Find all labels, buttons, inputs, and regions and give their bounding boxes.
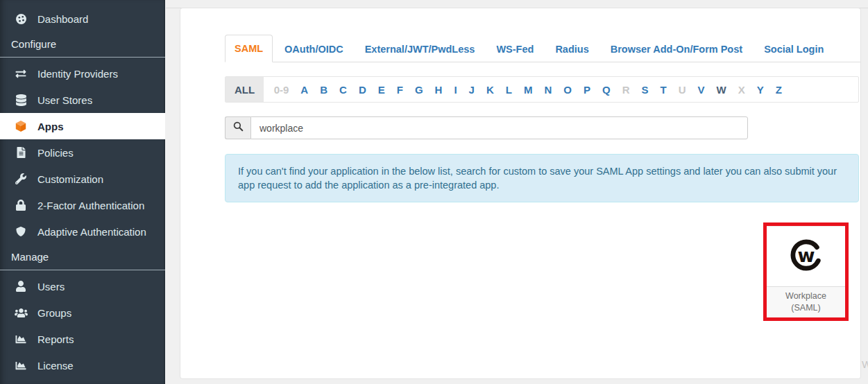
annotation-highlight: w Workplace (SAML) bbox=[763, 222, 849, 321]
sidebar-item-identity-providers[interactable]: Identity Providers bbox=[0, 60, 165, 87]
license-icon bbox=[13, 360, 28, 371]
app-name-line1: Workplace bbox=[785, 290, 826, 302]
tab-browser-add-on-form-post[interactable]: Browser Add-On/Form Post bbox=[601, 35, 752, 62]
sidebar-item-customization[interactable]: Customization bbox=[0, 166, 165, 192]
two-factor-icon bbox=[13, 200, 28, 211]
tab-oauth-oidc[interactable]: OAuth/OIDC bbox=[275, 35, 353, 62]
user-stores-icon bbox=[13, 94, 28, 106]
app-tile-workplace-saml[interactable]: w Workplace (SAML) bbox=[767, 226, 845, 317]
users-icon bbox=[13, 281, 28, 292]
sidebar-section-configure: Configure bbox=[0, 37, 165, 58]
info-banner: If you can't find your application in th… bbox=[225, 154, 859, 202]
sidebar-item-2-factor-authentication[interactable]: 2-Factor Authentication bbox=[0, 192, 165, 218]
letter-filter-r: R bbox=[616, 77, 636, 102]
sidebar: DashboardConfigureIdentity ProvidersUser… bbox=[0, 0, 165, 384]
sidebar-item-label: User Stores bbox=[37, 94, 92, 106]
sidebar-item-label: Policies bbox=[37, 147, 74, 159]
search-icon bbox=[233, 121, 244, 134]
letter-filter-y[interactable]: Y bbox=[751, 77, 769, 102]
dashboard-icon bbox=[13, 13, 28, 25]
letter-filter-t[interactable]: T bbox=[654, 77, 672, 102]
tile-logo-area: w bbox=[767, 226, 845, 286]
letter-filter-0-9: 0-9 bbox=[268, 77, 295, 102]
sidebar-item-license[interactable]: License bbox=[0, 352, 165, 378]
letter-filter-q[interactable]: Q bbox=[597, 77, 617, 102]
sidebar-item-users[interactable]: Users bbox=[0, 273, 165, 299]
letter-filter-l[interactable]: L bbox=[500, 77, 518, 102]
tab-radius[interactable]: Radius bbox=[545, 35, 598, 62]
sidebar-item-label: Users bbox=[37, 281, 65, 293]
sidebar-item-label: Adaptive Authentication bbox=[37, 226, 146, 238]
tab-saml[interactable]: SAML bbox=[225, 35, 273, 62]
tab-ws-fed[interactable]: WS-Fed bbox=[486, 35, 543, 62]
letter-filter-z[interactable]: Z bbox=[769, 77, 788, 102]
letter-filter-m[interactable]: M bbox=[518, 77, 538, 102]
sidebar-item-user-stores[interactable]: User Stores bbox=[0, 87, 165, 113]
apps-icon bbox=[13, 120, 28, 132]
letter-filter-n[interactable]: N bbox=[538, 77, 558, 102]
identity-providers-icon bbox=[13, 69, 28, 79]
letter-filter-i[interactable]: I bbox=[448, 77, 463, 102]
letter-filter-o[interactable]: O bbox=[558, 77, 578, 102]
app-type-tabs: SAMLOAuth/OIDCExternal/JWT/PwdLessWS-Fed… bbox=[225, 35, 860, 62]
sidebar-item-label: Customization bbox=[37, 173, 103, 185]
letter-filter-c[interactable]: C bbox=[334, 77, 353, 102]
letter-filter-g[interactable]: G bbox=[409, 77, 429, 102]
info-banner-text: If you can't find your application in th… bbox=[238, 166, 837, 191]
letter-filter-p[interactable]: P bbox=[577, 77, 596, 102]
sidebar-nav: DashboardConfigureIdentity ProvidersUser… bbox=[0, 6, 165, 378]
sidebar-item-groups[interactable]: Groups bbox=[0, 299, 165, 326]
sidebar-item-adaptive-authentication[interactable]: Adaptive Authentication bbox=[0, 218, 165, 245]
sidebar-item-label: License bbox=[37, 360, 74, 372]
sidebar-item-policies[interactable]: Policies bbox=[0, 139, 165, 166]
letter-filter-j[interactable]: J bbox=[463, 77, 480, 102]
app-search-input[interactable] bbox=[250, 116, 748, 139]
tab-social-login[interactable]: Social Login bbox=[754, 35, 833, 62]
sidebar-item-reports[interactable]: Reports bbox=[0, 326, 165, 352]
letter-filter-a[interactable]: A bbox=[295, 77, 314, 102]
sidebar-item-label: Apps bbox=[37, 121, 64, 132]
letter-filter-w[interactable]: W bbox=[710, 77, 732, 102]
watermark-text: W bbox=[862, 358, 868, 370]
letter-filter-f[interactable]: F bbox=[391, 77, 409, 102]
section-label: Manage bbox=[11, 251, 49, 263]
customization-icon bbox=[13, 173, 28, 184]
sidebar-item-label: 2-Factor Authentication bbox=[37, 200, 144, 211]
letter-filter-all[interactable]: ALL bbox=[225, 77, 264, 102]
sidebar-item-label: Groups bbox=[37, 307, 71, 319]
alphabet-filter: ALL0-9ABCDEFGHIJKLMNOPQRSTUVWXYZ bbox=[225, 76, 859, 103]
letter-filter-s[interactable]: S bbox=[636, 77, 654, 102]
sidebar-item-label: Identity Providers bbox=[37, 68, 118, 80]
tile-caption: Workplace (SAML) bbox=[767, 286, 845, 317]
groups-icon bbox=[13, 308, 28, 318]
letter-filter-b[interactable]: B bbox=[314, 77, 334, 102]
search-addon bbox=[225, 116, 250, 139]
letter-filter-v[interactable]: V bbox=[692, 77, 710, 102]
letter-filter-h[interactable]: H bbox=[429, 77, 448, 102]
reports-icon bbox=[13, 334, 28, 344]
sidebar-item-dashboard[interactable]: Dashboard bbox=[0, 6, 165, 32]
sidebar-item-label: Dashboard bbox=[37, 13, 88, 25]
section-label: Configure bbox=[11, 38, 56, 50]
main-panel: SAMLOAuth/OIDCExternal/JWT/PwdLessWS-Fed… bbox=[180, 8, 861, 379]
letter-filter-e[interactable]: E bbox=[372, 77, 391, 102]
adaptive-auth-icon bbox=[13, 226, 28, 237]
svg-text:w: w bbox=[797, 245, 815, 266]
app-name-line2: (SAML) bbox=[791, 302, 820, 314]
sidebar-item-apps[interactable]: Apps bbox=[0, 113, 165, 139]
letter-filter-k[interactable]: K bbox=[480, 77, 500, 102]
sidebar-section-manage: Manage bbox=[0, 250, 165, 270]
letter-filter-d[interactable]: D bbox=[352, 77, 372, 102]
tab-external-jwt-pwdless[interactable]: External/JWT/PwdLess bbox=[355, 35, 485, 62]
search-row bbox=[225, 116, 748, 139]
letter-filter-u: U bbox=[672, 77, 692, 102]
workplace-logo: w bbox=[787, 236, 826, 277]
policies-icon bbox=[13, 147, 28, 158]
sidebar-item-label: Reports bbox=[37, 333, 74, 345]
letter-filter-x: X bbox=[732, 77, 751, 102]
